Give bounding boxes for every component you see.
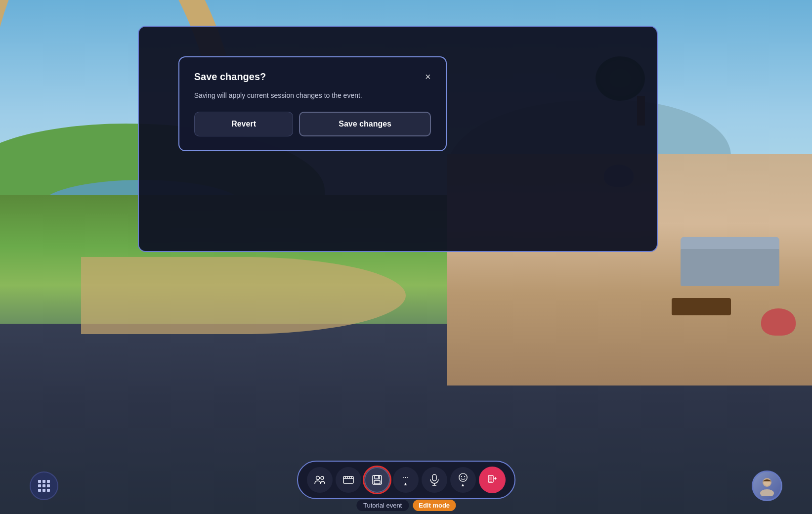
svg-rect-20 — [489, 481, 492, 482]
coffee-table — [672, 298, 731, 315]
dialog-box: Save changes? × Saving will apply curren… — [178, 56, 447, 151]
emoji-button[interactable]: ▲ — [450, 467, 476, 493]
sofa — [681, 247, 779, 286]
toolbar: ··· ▲ ▲ — [297, 461, 515, 499]
more-button[interactable]: ··· ▲ — [393, 467, 419, 493]
svg-rect-2 — [343, 476, 353, 483]
leave-button[interactable] — [479, 467, 506, 493]
ottoman — [761, 308, 796, 336]
save-changes-button[interactable]: Save changes — [299, 112, 430, 136]
avatar-icon — [758, 475, 776, 496]
media-button[interactable] — [336, 467, 361, 493]
sand-path — [81, 257, 406, 334]
dialog-header: Save changes? × — [194, 71, 431, 83]
svg-point-15 — [459, 473, 467, 481]
emoji-icon — [458, 472, 469, 482]
svg-point-22 — [760, 489, 774, 496]
dialog-body: Saving will apply current session change… — [194, 90, 431, 101]
people-icon — [314, 474, 326, 486]
media-icon — [342, 474, 354, 486]
event-label: Tutorial event — [356, 500, 409, 511]
main-panel: Save changes? × Saving will apply curren… — [138, 26, 658, 252]
leave-icon — [486, 473, 499, 486]
people-button[interactable] — [307, 467, 333, 493]
svg-point-1 — [321, 476, 324, 479]
svg-rect-10 — [374, 480, 380, 484]
dialog-title: Save changes? — [194, 71, 266, 83]
dialog-actions: Revert Save changes — [194, 112, 431, 136]
svg-rect-19 — [489, 476, 492, 480]
svg-point-16 — [461, 476, 462, 477]
svg-point-0 — [316, 476, 319, 480]
close-button[interactable]: × — [425, 72, 431, 82]
avatar-button[interactable] — [752, 471, 782, 501]
save-button[interactable] — [364, 467, 390, 493]
mic-icon — [429, 474, 440, 486]
mode-label: Edit mode — [413, 500, 456, 511]
svg-point-17 — [464, 476, 465, 477]
status-bar: Tutorial event Edit mode — [356, 500, 456, 511]
mic-button[interactable] — [422, 467, 447, 493]
svg-rect-12 — [432, 474, 436, 481]
grid-menu-button[interactable] — [30, 471, 58, 500]
revert-button[interactable]: Revert — [194, 112, 294, 136]
floppy-icon — [371, 474, 383, 486]
grid-icon — [38, 480, 50, 492]
toolbar-bar: ··· ▲ ▲ — [297, 461, 515, 499]
